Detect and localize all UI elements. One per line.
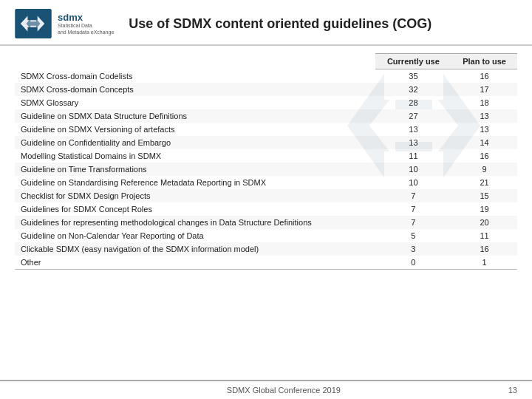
- row-currently: 13: [375, 123, 451, 136]
- row-label: Clickable SDMX (easy navigation of the S…: [15, 242, 375, 256]
- footer: SDMX Global Conference 2019 13: [0, 380, 532, 399]
- logo-area: sdmx Statistical Dataand Metadata eXchan…: [15, 9, 114, 38]
- row-plan: 17: [451, 83, 517, 96]
- row-label: Checklist for SDMX Design Projects: [15, 189, 375, 202]
- data-table: Currently use Plan to use SDMX Cross-dom…: [15, 53, 517, 270]
- table-row: Checklist for SDMX Design Projects715: [15, 189, 517, 202]
- footer-center-text: SDMX Global Conference 2019: [59, 386, 508, 395]
- plan-to-use-header: Plan to use: [451, 54, 517, 69]
- table-row: Clickable SDMX (easy navigation of the S…: [15, 242, 517, 256]
- row-label: SDMX Cross-domain Concepts: [15, 83, 375, 96]
- page-title: Use of SDMX content oriented guidelines …: [129, 16, 432, 32]
- row-currently: 13: [375, 136, 451, 149]
- row-plan: 13: [451, 109, 517, 123]
- row-currently: 3: [375, 242, 451, 256]
- row-plan: 16: [451, 149, 517, 163]
- row-currently: 7: [375, 202, 451, 216]
- row-plan: 16: [451, 242, 517, 256]
- row-plan: 20: [451, 216, 517, 229]
- row-currently: 0: [375, 256, 451, 270]
- table-row: Guidelines for SDMX Concept Roles719: [15, 202, 517, 216]
- table-row: Guidelines for representing methodologic…: [15, 216, 517, 229]
- table-row: Modelling Statistical Domains in SDMX111…: [15, 149, 517, 163]
- row-currently: 7: [375, 189, 451, 202]
- table-row: SDMX Cross-domain Codelists3516: [15, 69, 517, 83]
- row-label: Guideline on Confidentiality and Embargo: [15, 136, 375, 149]
- logo-name: sdmx: [58, 12, 114, 23]
- table-row: SDMX Glossary2818: [15, 96, 517, 109]
- row-label: Guideline on SDMX Versioning of artefact…: [15, 123, 375, 136]
- row-label: Guideline on Non-Calendar Year Reporting…: [15, 229, 375, 242]
- row-label: Guidelines for representing methodologic…: [15, 216, 375, 229]
- row-currently: 10: [375, 176, 451, 189]
- row-plan: 16: [451, 69, 517, 83]
- table-row: Guideline on Standardising Reference Met…: [15, 176, 517, 189]
- row-label: SDMX Cross-domain Codelists: [15, 69, 375, 83]
- row-plan: 11: [451, 229, 517, 242]
- row-currently: 5: [375, 229, 451, 242]
- logo-text-group: sdmx Statistical Dataand Metadata eXchan…: [58, 12, 114, 35]
- table-body: SDMX Cross-domain Codelists3516SDMX Cros…: [15, 69, 517, 270]
- row-label: Modelling Statistical Domains in SDMX: [15, 149, 375, 163]
- row-currently: 27: [375, 109, 451, 123]
- row-label: Guidelines for SDMX Concept Roles: [15, 202, 375, 216]
- row-plan: 1: [451, 256, 517, 270]
- row-plan: 13: [451, 123, 517, 136]
- row-currently: 35: [375, 69, 451, 83]
- row-currently: 28: [375, 96, 451, 109]
- row-label: Guideline on Standardising Reference Met…: [15, 176, 375, 189]
- row-currently: 32: [375, 83, 451, 96]
- sdmx-logo-icon: [15, 9, 52, 38]
- row-label: Guideline on SDMX Data Structure Definit…: [15, 109, 375, 123]
- label-column-header: [15, 54, 375, 69]
- row-currently: 10: [375, 163, 451, 176]
- row-currently: 11: [375, 149, 451, 163]
- row-plan: 9: [451, 163, 517, 176]
- row-currently: 7: [375, 216, 451, 229]
- row-plan: 21: [451, 176, 517, 189]
- footer-page-number: 13: [508, 386, 517, 395]
- table-header-row: Currently use Plan to use: [15, 54, 517, 69]
- table-row: Guideline on Confidentiality and Embargo…: [15, 136, 517, 149]
- table-row: Other01: [15, 256, 517, 270]
- logo-subtitle: Statistical Dataand Metadata eXchange: [58, 23, 114, 35]
- main-content: Currently use Plan to use SDMX Cross-dom…: [0, 46, 532, 270]
- table-row: Guideline on Time Transformations109: [15, 163, 517, 176]
- table-row: Guideline on SDMX Data Structure Definit…: [15, 109, 517, 123]
- table-row: Guideline on SDMX Versioning of artefact…: [15, 123, 517, 136]
- currently-use-header: Currently use: [375, 54, 451, 69]
- table-row: SDMX Cross-domain Concepts3217: [15, 83, 517, 96]
- row-plan: 14: [451, 136, 517, 149]
- table-row: Guideline on Non-Calendar Year Reporting…: [15, 229, 517, 242]
- row-plan: 18: [451, 96, 517, 109]
- row-label: Guideline on Time Transformations: [15, 163, 375, 176]
- row-label: SDMX Glossary: [15, 96, 375, 109]
- row-plan: 19: [451, 202, 517, 216]
- header: sdmx Statistical Dataand Metadata eXchan…: [0, 0, 532, 46]
- row-plan: 15: [451, 189, 517, 202]
- row-label: Other: [15, 256, 375, 270]
- page: sdmx Statistical Dataand Metadata eXchan…: [0, 0, 532, 399]
